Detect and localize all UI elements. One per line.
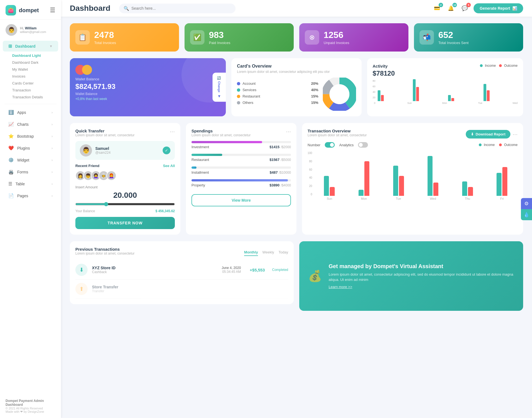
transaction-type: Cashback [92,270,116,274]
va-subtitle: Lorem ipsum dolor sit amet, consectetur … [329,272,514,283]
outcome-dot-to [499,143,502,146]
to-dots-menu[interactable]: ⋯ [513,131,518,137]
to-chart: 100806040200 [308,152,518,201]
tab-today[interactable]: Today [278,250,288,256]
amount-slider[interactable] [75,202,175,206]
co-restaurant-label: Restaurant [237,94,260,98]
spendings-header: Spendings Lorem ipsum dolor sit amet, co… [191,129,291,141]
installment-fill [191,166,196,169]
sidebar-item-dashboard[interactable]: ⊞ Dashboard ▼ [3,41,58,52]
download-report-button[interactable]: ⬇ Download Report [466,130,510,139]
property-fill [191,179,288,181]
stat-card-sent-invoices: 📬 652 Total Invoices Sent [414,23,523,52]
spending-row-investment: Investment $1415 /$2000 [191,141,291,149]
x-thu: Thu [452,197,483,200]
dots-menu-icon[interactable]: ⋯ [170,129,175,135]
settings-float-button[interactable]: ⚙ [521,198,532,209]
plugins-icon: ❤️ [8,145,14,151]
app-name: dompet [19,7,39,14]
bar-group-tue [383,166,414,196]
friend-avatar-5: 👩‍🦰 [106,171,116,181]
outcome-bar-tue [399,176,404,196]
stat-card-total-invoices: 📋 2478 Total Invoices [70,23,179,52]
pt-subtitle: Lorem ipsum dolor sit amet, consectetur [75,252,134,255]
income-legend: Income [480,64,496,68]
transaction-name: XYZ Store ID [92,266,116,270]
subitem-dashboard-dark[interactable]: Dashboard Dark [12,59,61,66]
wallet-badge: 2 [439,3,443,7]
subitem-invoices[interactable]: Invoices [12,73,61,80]
apps-icon: ℹ️ [8,110,14,115]
chevron-right-icon: › [52,111,53,114]
contact-name: Samuel [95,146,111,151]
footer-made-with: Made with ❤ by DesignZone [6,410,55,414]
bell-notification-btn[interactable]: 🔔 12 [446,3,456,13]
hamburger-icon[interactable]: ☰ [50,7,55,14]
total-invoices-info: 2478 Total Invoices [94,30,116,45]
x-fri: Fri [486,197,518,200]
investment-label: Investment [191,145,209,149]
sidebar-item-widget[interactable]: ⚙️ Widget › [3,155,58,165]
water-float-button[interactable]: 💧 [521,209,532,220]
income-bar-wed [428,156,433,196]
donut-legend: Account 20% Services 40% [237,81,318,107]
transaction-info: XYZ Store ID Cashback [92,266,116,274]
search-input[interactable] [131,6,231,11]
activity-header: Activity $78120 Income Outcome [373,64,518,81]
wallet-change-button[interactable]: 🔄 Change ▼ [213,73,226,102]
view-more-button[interactable]: View More [191,194,291,206]
user-info: Hi, William william@gmail.com [20,26,46,34]
va-learn-more-link[interactable]: Learn more >> [329,285,352,289]
paid-invoices-info: 983 Paid Invoices [209,30,230,45]
co-account-label: Account [237,81,255,86]
sidebar-item-label: Plugins [17,146,30,150]
cards-overview-widget: Card's Overview Lorem ipsum dolor sit am… [231,58,361,116]
subitem-transaction[interactable]: Transaction [12,87,61,94]
table-row: ⬆ Store Transfer Transfer [75,279,288,299]
sidebar-item-charts[interactable]: 📈 Charts › [3,119,58,130]
change-label: Change [218,81,221,92]
bar-outcome-wed [487,90,490,101]
wallet-notification-btn[interactable]: 💳 2 [432,3,442,13]
co-row-restaurant: Restaurant 15% [237,94,318,98]
subitem-dashboard-light[interactable]: Dashboard Light [12,52,61,59]
unpaid-invoices-label: Unpaid Invoices [324,41,349,45]
chevron-right-icon: › [52,170,53,174]
sidebar-item-pages[interactable]: 📄 Pages › [3,190,58,201]
income-legend-to: Income [479,143,495,147]
outcome-dot [499,64,502,67]
income-bar-fri [497,173,502,196]
property-label: Property [191,183,205,187]
spendings-title: Spendings [191,129,250,133]
sidebar-item-table[interactable]: ☰ Table › [3,178,58,189]
transfer-now-button[interactable]: TRANSFER NOW [75,217,175,229]
chat-notification-btn[interactable]: 💬 5 [460,3,470,13]
toggle-number[interactable] [325,142,335,148]
investment-bar [191,141,291,143]
outcome-label: Outcome [504,64,518,68]
see-all-link[interactable]: See All [163,164,175,168]
bootstrap-icon: ⭐ [8,134,14,139]
subitem-transaction-details[interactable]: Transaction Details [12,94,61,101]
sidebar-item-forms[interactable]: 🖨️ Forms › [3,166,58,177]
mastercard-circle-right [82,65,92,75]
generate-report-button[interactable]: Generate Report 📊 [474,3,523,13]
outcome-legend-to: Outcome [499,143,518,147]
spendings-dots-menu[interactable]: ⋯ [286,129,291,135]
activity-chart: 806040200 Sun [373,81,518,106]
subitem-cards-center[interactable]: Cards Center [12,80,61,87]
tab-monthly[interactable]: Monthly [244,250,258,256]
sidebar-item-apps[interactable]: ℹ️ Apps › [3,107,58,118]
sidebar-item-bootstrap[interactable]: ⭐ Bootstrap › [3,131,58,142]
bar-income-tue [448,95,451,101]
toggle-analytics[interactable] [358,142,368,148]
x-sun: Sun [314,197,345,200]
contact-info: Samuel @sam224 [95,146,111,155]
tab-weekly[interactable]: Weekly [262,250,274,256]
subitem-my-wallet[interactable]: My Wallet [12,66,61,73]
toggle-number-label: Number [308,143,320,147]
co-others-dot [237,101,240,104]
sidebar-item-plugins[interactable]: ❤️ Plugins › [3,143,58,153]
download-icon: ⬇ [471,132,474,136]
co-row-account: Account 20% [237,81,318,86]
